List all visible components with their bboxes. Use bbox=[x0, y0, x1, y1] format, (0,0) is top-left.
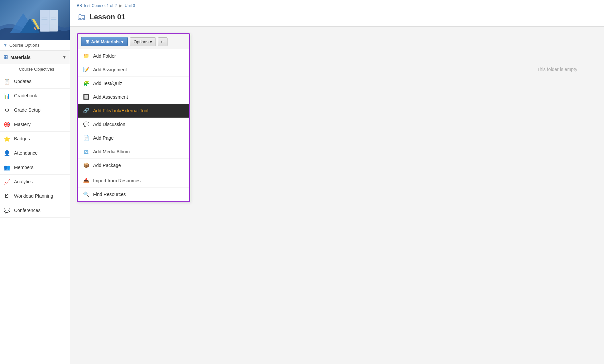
menu-item-add-discussion[interactable]: 💬 Add Discussion bbox=[78, 118, 189, 131]
add-assessment-icon: 🔲 bbox=[82, 93, 90, 101]
sidebar-item-mastery[interactable]: 🎯 Mastery bbox=[0, 117, 70, 132]
menu-item-add-assessment[interactable]: 🔲 Add Assessment bbox=[78, 90, 189, 104]
menu-item-add-file-link-label: Add File/Link/External Tool bbox=[93, 108, 148, 113]
find-resources-icon: 🔍 bbox=[82, 191, 90, 198]
main-content: BB Test Course: 1 of 2 ▶ Unit 3 🗂 Lesson… bbox=[70, 0, 604, 364]
menu-item-add-assignment-label: Add Assignment bbox=[93, 67, 127, 72]
breadcrumb-separator: ▶ bbox=[119, 3, 122, 8]
breadcrumb-bar: BB Test Course: 1 of 2 ▶ Unit 3 🗂 Lesson… bbox=[70, 0, 604, 27]
add-folder-icon: 📁 bbox=[82, 52, 90, 60]
sidebar-nav: 📋 Updates 📊 Gradebook ⚙ Grade Setup 🎯 Ma… bbox=[0, 74, 70, 218]
menu-item-add-page[interactable]: 📄 Add Page bbox=[78, 131, 189, 145]
add-materials-button[interactable]: ⊞ Add Materials ▾ bbox=[81, 37, 128, 46]
course-options-arrow-icon: ▼ bbox=[3, 43, 7, 48]
add-discussion-icon: 💬 bbox=[82, 121, 90, 128]
workload-planning-icon: 🗓 bbox=[3, 192, 11, 200]
options-button[interactable]: Options ▾ bbox=[130, 37, 156, 46]
analytics-icon: 📈 bbox=[3, 178, 11, 185]
add-assignment-icon: 📝 bbox=[82, 66, 90, 73]
add-test-quiz-icon: 🧩 bbox=[82, 80, 90, 87]
add-package-icon: 📦 bbox=[82, 162, 90, 169]
sidebar-item-course-objectives[interactable]: Course Objectives bbox=[0, 64, 70, 74]
sidebar-item-analytics[interactable]: 📈 Analytics bbox=[0, 175, 70, 189]
menu-item-add-discussion-label: Add Discussion bbox=[93, 122, 125, 127]
menu-item-add-assignment[interactable]: 📝 Add Assignment bbox=[78, 63, 189, 77]
menu-item-import-resources[interactable]: 📥 Import from Resources bbox=[78, 174, 189, 188]
menu-item-add-media-album-label: Add Media Album bbox=[93, 149, 130, 154]
options-button-label: Options bbox=[133, 39, 148, 44]
menu-item-add-folder-label: Add Folder bbox=[93, 53, 116, 59]
menu-item-add-package[interactable]: 📦 Add Package bbox=[78, 159, 189, 172]
sidebar-item-updates[interactable]: 📋 Updates bbox=[0, 74, 70, 89]
menu-item-add-test-quiz-label: Add Test/Quiz bbox=[93, 81, 122, 86]
add-materials-dropdown-arrow-icon: ▾ bbox=[121, 39, 123, 44]
lesson-folder-icon: 🗂 bbox=[77, 11, 86, 22]
sidebar-item-members-label: Members bbox=[14, 165, 33, 170]
back-icon: ↩ bbox=[161, 39, 165, 44]
back-button[interactable]: ↩ bbox=[158, 37, 168, 46]
menu-item-add-page-label: Add Page bbox=[93, 135, 114, 141]
add-materials-button-label: Add Materials bbox=[91, 39, 119, 44]
empty-folder-message: This folder is empty bbox=[537, 67, 577, 72]
breadcrumb-course-link[interactable]: BB Test Course: 1 of 2 bbox=[77, 3, 117, 8]
course-options[interactable]: ▼ Course Options bbox=[0, 40, 70, 51]
menu-item-add-package-label: Add Package bbox=[93, 163, 121, 168]
gradebook-icon: 📊 bbox=[3, 92, 11, 99]
add-file-link-icon: 🔗 bbox=[82, 107, 90, 114]
sidebar-item-mastery-label: Mastery bbox=[14, 122, 31, 127]
sidebar-item-badges-label: Badges bbox=[14, 136, 30, 141]
breadcrumb-unit-link[interactable]: Unit 3 bbox=[125, 3, 135, 8]
menu-item-find-resources[interactable]: 🔍 Find Resources bbox=[78, 188, 189, 201]
options-dropdown-arrow-icon: ▾ bbox=[150, 39, 152, 44]
materials-icon: ⊞ bbox=[3, 54, 8, 60]
add-media-album-icon: 🖼 bbox=[82, 148, 90, 155]
mastery-icon: 🎯 bbox=[3, 121, 11, 128]
menu-item-add-assessment-label: Add Assessment bbox=[93, 94, 128, 100]
sidebar-item-gradebook-label: Gradebook bbox=[14, 93, 37, 98]
sidebar-item-grade-setup-label: Grade Setup bbox=[14, 107, 40, 113]
sidebar-item-conferences-label: Conferences bbox=[14, 208, 40, 213]
svg-rect-3 bbox=[40, 10, 49, 32]
sidebar-item-workload-planning-label: Workload Planning bbox=[14, 193, 53, 199]
sidebar-item-members[interactable]: 👥 Members bbox=[0, 160, 70, 175]
sidebar-materials-label: Materials bbox=[10, 55, 31, 60]
breadcrumb: BB Test Course: 1 of 2 ▶ Unit 3 bbox=[77, 3, 597, 8]
members-icon: 👥 bbox=[3, 164, 11, 171]
badges-icon: ⭐ bbox=[3, 135, 11, 142]
materials-dropdown-arrow-icon: ▼ bbox=[62, 55, 66, 60]
menu-item-add-media-album[interactable]: 🖼 Add Media Album bbox=[78, 145, 189, 159]
sidebar-item-analytics-label: Analytics bbox=[14, 179, 33, 184]
sidebar-item-gradebook[interactable]: 📊 Gradebook bbox=[0, 89, 70, 103]
sidebar-item-grade-setup[interactable]: ⚙ Grade Setup bbox=[0, 103, 70, 117]
sidebar-item-badges[interactable]: ⭐ Badges bbox=[0, 132, 70, 146]
page-title-row: 🗂 Lesson 01 bbox=[77, 9, 597, 25]
sidebar-item-attendance-label: Attendance bbox=[14, 150, 38, 156]
menu-divider bbox=[78, 173, 189, 173]
course-objectives-label: Course Objectives bbox=[19, 67, 54, 72]
attendance-icon: 👤 bbox=[3, 149, 11, 157]
course-options-label: Course Options bbox=[9, 43, 39, 48]
menu-item-import-resources-label: Import from Resources bbox=[93, 178, 140, 183]
panel-toolbar: ⊞ Add Materials ▾ Options ▾ ↩ bbox=[78, 34, 189, 49]
sidebar-item-attendance[interactable]: 👤 Attendance bbox=[0, 146, 70, 160]
add-materials-icon: ⊞ bbox=[85, 39, 89, 44]
conferences-icon: 💬 bbox=[3, 207, 11, 214]
course-banner bbox=[0, 0, 70, 40]
sidebar-item-conferences[interactable]: 💬 Conferences bbox=[0, 203, 70, 218]
menu-item-add-file-link[interactable]: 🔗 Add File/Link/External Tool bbox=[78, 104, 189, 118]
sidebar-item-updates-label: Updates bbox=[14, 79, 31, 84]
menu-item-add-folder[interactable]: 📁 Add Folder bbox=[78, 49, 189, 63]
dropdown-menu-section2: 📥 Import from Resources 🔍 Find Resources bbox=[78, 174, 189, 201]
content-area: ⊞ Add Materials ▾ Options ▾ ↩ 📁 Add Fold… bbox=[70, 27, 604, 364]
add-page-icon: 📄 bbox=[82, 134, 90, 142]
dropdown-menu-section1: 📁 Add Folder 📝 Add Assignment 🧩 Add Test… bbox=[78, 49, 189, 172]
menu-item-add-test-quiz[interactable]: 🧩 Add Test/Quiz bbox=[78, 77, 189, 90]
grade-setup-icon: ⚙ bbox=[3, 106, 11, 114]
sidebar-item-workload-planning[interactable]: 🗓 Workload Planning bbox=[0, 189, 70, 203]
add-materials-panel: ⊞ Add Materials ▾ Options ▾ ↩ 📁 Add Fold… bbox=[77, 33, 190, 202]
import-resources-icon: 📥 bbox=[82, 177, 90, 184]
sidebar: ▼ Course Options ⊞ Materials ▼ Course Ob… bbox=[0, 0, 70, 364]
banner-art bbox=[0, 0, 70, 40]
sidebar-section-materials[interactable]: ⊞ Materials ▼ bbox=[0, 51, 70, 64]
page-title: Lesson 01 bbox=[89, 13, 125, 21]
